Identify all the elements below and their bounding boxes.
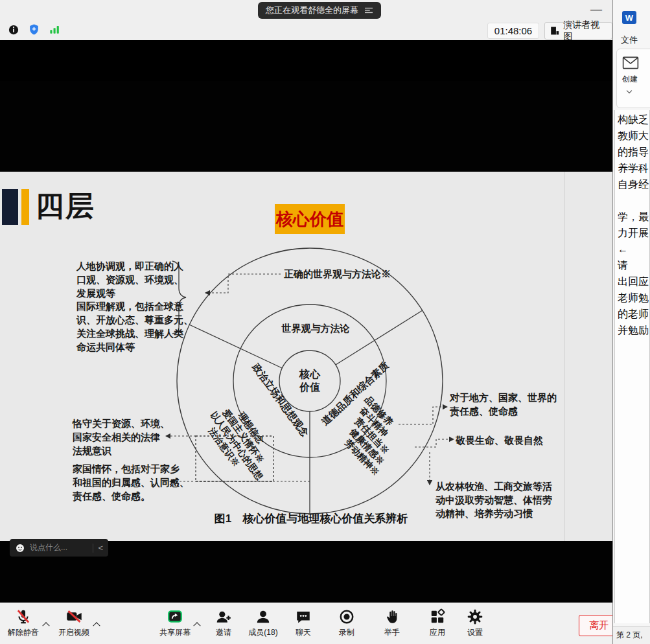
invite-label: 邀请 [216, 627, 231, 638]
slide-headline: 核心价值 [275, 204, 345, 234]
doc-line: 力开展 [618, 225, 649, 241]
chat-collapse-chevron[interactable]: < [98, 543, 103, 553]
doc-line: 出回应 [618, 273, 649, 290]
note-right-1: 对于地方、国家、世界的 责任感、使命感 [450, 391, 557, 418]
doc-line: 构缺乏 [618, 111, 649, 128]
raised-hand-icon [384, 608, 400, 625]
title-gold-block [21, 189, 29, 225]
start-video-button[interactable]: 开启视频 [53, 608, 95, 641]
raise-hand-label: 举手 [384, 627, 400, 638]
invite-person-icon [215, 608, 232, 625]
share-screen-button[interactable]: 共享屏幕 [154, 608, 196, 641]
doc-line: 的老师 [618, 306, 649, 322]
doc-line: 学，最 [618, 209, 649, 225]
word-document-text[interactable]: 构缺乏教师大的指导养学科自身经学，最力开展←请出回应老师勉的老师并勉励 [614, 110, 650, 623]
word-window[interactable]: W 文件 创建 构缺乏教师大的指导养学科自身经学，最力开展←请出回应老师勉的老师… [612, 0, 650, 644]
divider-right [336, 310, 423, 365]
chevron-down-icon [627, 88, 632, 93]
apps-icon [429, 608, 446, 625]
chat-button[interactable]: 聊天 [283, 608, 324, 641]
gear-icon [467, 608, 483, 625]
participant-filmstrip: < 王颖琳 [0, 40, 612, 81]
note-left-top-2: 国际理解观，包括全球意 识、开放心态、尊重多元、 关注全球挑战、理解人类 命运共… [76, 299, 193, 354]
share-banner-text: 您正在观看舒德全的屏幕 [266, 5, 358, 16]
doc-line: ← [618, 241, 649, 257]
speaker-view-label: 演讲者视图 [563, 19, 607, 43]
connector-worldview [205, 274, 281, 293]
settings-label: 设置 [467, 627, 483, 638]
share-screen-icon [167, 608, 183, 625]
start-video-label: 开启视频 [58, 627, 89, 638]
invite-button[interactable]: 邀请 [203, 608, 244, 641]
doc-line: 并勉励 [618, 322, 649, 338]
shared-slide: 核心 价值 世界观与方法论 政治立场和思想观念 道德品质和综合素质 理想信念 爱… [0, 172, 612, 541]
header-bar: 您正在观看舒德全的屏幕 — 01:48:06 演讲者视图 [0, 0, 612, 40]
meeting-window: 您正在观看舒德全的屏幕 — 01:48:06 演讲者视图 [0, 0, 650, 644]
muted-mic-icon [15, 608, 32, 625]
note-left-bottom-1: 恪守关于资源、环境、 国家安全相关的法律 法规意识 [73, 417, 170, 457]
label-correct-worldview: 正确的世界观与方法论※ [284, 268, 391, 279]
chat-bubble-icon [295, 608, 312, 625]
members-button[interactable]: 成员(18) [242, 608, 284, 641]
meeting-toolbar: 解除静音 开启视频 共享屏幕 [0, 603, 612, 644]
slide-section-title: 四层 [36, 187, 95, 225]
center-label-1: 核心 [299, 369, 321, 380]
raise-hand-button[interactable]: 举手 [371, 608, 413, 641]
word-status-bar: 第 2 页, [613, 626, 650, 644]
chat-label: 聊天 [296, 627, 311, 638]
layout-view-icon [550, 26, 559, 36]
create-label: 创建 [622, 74, 638, 85]
share-options-caret[interactable] [192, 619, 202, 628]
doc-line: 老师勉 [618, 290, 649, 306]
video-options-caret[interactable] [92, 619, 101, 628]
figure-caption: 图1 核心价值与地理核心价值关系辨析 [188, 511, 434, 526]
doc-line: 养学科 [618, 160, 649, 176]
note-left-bottom-2: 家国情怀，包括对于家乡 和祖国的归属感、认同感、 责任感、使命感。 [73, 462, 189, 503]
status-icons [8, 23, 61, 36]
note-right-3: 从农林牧渔、工商交旅等活 动中汲取劳动智慧、体悟劳 动精神、培养劳动习惯 [435, 479, 552, 520]
settings-button[interactable]: 设置 [454, 608, 496, 641]
share-screen-label: 共享屏幕 [159, 627, 191, 638]
slide-page-edge [564, 172, 565, 541]
doc-line: 自身经 [618, 176, 649, 192]
unmute-button[interactable]: 解除静音 [3, 608, 44, 641]
emoji-icon[interactable] [15, 543, 25, 553]
note-left-top-1: 人地协调观，即正确的人 口观、资源观、环境观、 发展观等 [76, 259, 183, 300]
word-create-card[interactable]: 创建 [616, 49, 650, 108]
title-navy-block [2, 189, 18, 225]
speaker-view-button[interactable]: 演讲者视图 [544, 22, 612, 40]
record-label: 录制 [339, 627, 354, 638]
banner-menu-icon[interactable] [364, 6, 373, 14]
members-icon [255, 608, 272, 625]
record-button[interactable]: 录制 [326, 608, 367, 641]
envelope-icon [622, 56, 639, 70]
minimize-button[interactable]: — [586, 0, 606, 18]
connector-awe [415, 439, 454, 447]
info-icon[interactable] [8, 24, 19, 36]
word-app-icon: W [622, 11, 636, 24]
ring-label-worldview: 世界观与方法论 [281, 323, 351, 334]
network-signal-icon[interactable] [49, 23, 61, 36]
members-label: 成员(18) [248, 627, 277, 638]
outer-left-text-block: 理想信念 爱国主义情怀※ 以人民为中心的思想 法治意识※ [200, 397, 283, 488]
chat-divider [93, 544, 93, 553]
word-file-menu[interactable]: 文件 [621, 34, 638, 46]
doc-line: 教师大 [618, 128, 649, 144]
doc-line: 的指导 [618, 144, 649, 160]
chat-quick-bar[interactable]: 说点什么... < [10, 539, 108, 557]
doc-line [618, 192, 649, 209]
chat-input[interactable]: 说点什么... [30, 542, 88, 553]
unmute-label: 解除静音 [8, 627, 39, 638]
apps-label: 应用 [430, 627, 445, 638]
security-shield-icon[interactable] [28, 23, 40, 36]
record-icon [338, 608, 355, 625]
stage-letterbox-top [0, 81, 612, 172]
apps-button[interactable]: 应用 [417, 608, 458, 641]
meeting-timer: 01:48:06 [487, 23, 539, 39]
doc-line: 请 [618, 257, 649, 273]
share-banner: 您正在观看舒德全的屏幕 [258, 2, 381, 19]
camera-off-icon [65, 608, 83, 625]
note-right-2: 敬畏生命、敬畏自然 [456, 433, 543, 447]
mic-options-caret[interactable] [41, 619, 51, 628]
center-label-2: 价值 [299, 382, 320, 393]
